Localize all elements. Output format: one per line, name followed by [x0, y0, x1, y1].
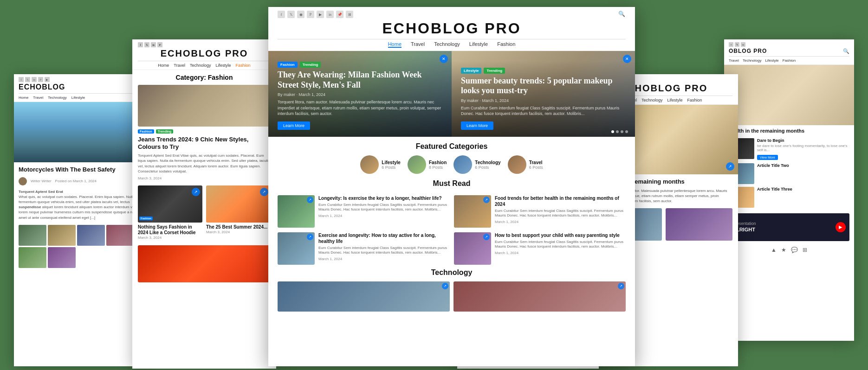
tech-share-2[interactable]: ↗	[618, 283, 624, 289]
slide-1-content: Fashion Trending They Are Wearing: Milan…	[268, 55, 452, 137]
rw3-small-articles: Dare to Begin be dare to lose one's foot…	[724, 135, 854, 211]
tech-share-1[interactable]: ↗	[442, 283, 448, 289]
rw2-small-2	[666, 208, 732, 242]
rw2-share[interactable]: ↗	[726, 162, 734, 171]
main-nav-technology[interactable]: Technology	[434, 41, 460, 48]
rw3-si-title-1: Dare to Begin	[757, 138, 849, 144]
slide-1-share[interactable]: ✕	[440, 55, 448, 63]
rw2-nav-fashion[interactable]: Fashion	[687, 98, 702, 102]
must-read-share-2[interactable]: ↗	[483, 197, 490, 203]
main-x-icon[interactable]: 𝕏	[287, 11, 295, 18]
small-img-3	[77, 225, 105, 246]
lw1-author-name: Writer Writer	[31, 179, 52, 183]
main-search-icon[interactable]: 🔍	[618, 11, 626, 18]
main-li-icon[interactable]: in	[326, 11, 334, 18]
rw3-play-button[interactable]: ▶	[836, 222, 846, 232]
rw3-small-content-2: Article Title Two	[757, 163, 789, 184]
main-fb-icon[interactable]: f	[278, 11, 285, 18]
lw2-in-icon[interactable]: in	[151, 42, 156, 47]
dot-4[interactable]	[625, 130, 628, 133]
rw3-icon-3[interactable]: 💬	[791, 247, 798, 254]
slide-1-learn-more[interactable]: Learn More	[278, 121, 310, 130]
slide-2: Lifestyle Trending Summer beauty trends:…	[452, 51, 635, 137]
main-pin-icon[interactable]: 📌	[336, 11, 343, 18]
must-read-item-1: ↗ Longevity: Is exercise the key to a lo…	[278, 195, 449, 228]
must-read-title-2: Food trends for better health in the rem…	[495, 195, 626, 207]
main-nav-lifestyle[interactable]: Lifestyle	[469, 41, 488, 48]
rw3-icon-2[interactable]: ★	[781, 247, 786, 254]
lw2-x-icon[interactable]: 𝕏	[144, 42, 149, 47]
lw2-nav-travel[interactable]: Travel	[174, 63, 185, 68]
lw1-nav-lifestyle[interactable]: Lifestyle	[71, 96, 85, 100]
lw1-content: Torquent Aptent Sed Erat What quis, ac v…	[14, 187, 149, 222]
small-img-5	[19, 247, 46, 268]
slide-1-trending-tag: Trending	[300, 62, 321, 68]
category-technology[interactable]: Technology 6 Posts	[453, 155, 500, 174]
lw1-date: Posted on March 1, 2024	[55, 179, 97, 183]
rw3-nav-fashion[interactable]: Fashion	[783, 58, 796, 63]
rw3-fb-icon[interactable]: f	[729, 42, 733, 47]
rw3-icon-1[interactable]: ▲	[771, 247, 777, 254]
main-ig-icon[interactable]: ◉	[297, 11, 304, 18]
category-fashion[interactable]: Fashion 8 Posts	[408, 155, 447, 174]
lw1-nav-travel[interactable]: Travel	[33, 96, 43, 100]
main-social-icons: f 𝕏 ◉ P ▶ in 📌 ⊞	[278, 11, 353, 18]
lw1-in-icon[interactable]: in	[32, 77, 37, 82]
rw3-in-icon[interactable]: in	[741, 42, 745, 47]
share-btn-2[interactable]: ↗	[260, 188, 268, 196]
must-read-share-3[interactable]: ↗	[307, 234, 313, 240]
rw3-x-icon[interactable]: 𝕏	[735, 42, 739, 47]
lw2-p-icon[interactable]: P	[157, 42, 162, 47]
lifestyle-count: 6 Posts	[382, 165, 401, 170]
lw2-fb-icon[interactable]: f	[138, 42, 143, 47]
tech-thumb-2: ↗	[453, 281, 626, 312]
lw2-nav-technology[interactable]: Technology	[190, 63, 211, 68]
main-rss-icon[interactable]: ⊞	[346, 11, 353, 18]
slide-2-share[interactable]: ✕	[623, 55, 631, 63]
main-p-icon[interactable]: P	[307, 11, 314, 18]
must-read-thumb-2: ↗	[454, 195, 491, 228]
lw1-p-icon[interactable]: P	[38, 77, 43, 82]
slide-2-content: Lifestyle Trending Summer beauty trends:…	[452, 61, 635, 137]
rw3-nav-lifestyle[interactable]: Lifestyle	[765, 58, 778, 63]
lw1-nav-home[interactable]: Home	[19, 96, 28, 100]
main-nav-home[interactable]: Home	[388, 41, 402, 48]
lw1-social-row: f 𝕏 in P ▶	[19, 77, 144, 82]
right-window-3: f 𝕏 in OBLOG PRO 🔍 Travel Technology Lif…	[724, 39, 854, 341]
must-read-title-3: Exercise and longevity: How to stay acti…	[318, 232, 449, 244]
lw1-yt-icon[interactable]: ▶	[45, 77, 50, 82]
lw1-nav-technology[interactable]: Technology	[48, 96, 66, 100]
slider-dots	[611, 130, 628, 133]
main-nav-travel[interactable]: Travel	[411, 41, 425, 48]
lw1-article-title: Motorcycles With The Best Safety	[14, 162, 149, 175]
rw3-view-more-btn[interactable]: View More	[757, 155, 778, 160]
slide-1-tags: Fashion Trending	[278, 62, 442, 68]
dot-1[interactable]	[611, 130, 614, 133]
rw3-small-content-1: Dare to Begin be dare to lose one's foot…	[757, 138, 849, 160]
must-read-share-4[interactable]: ↗	[483, 234, 490, 240]
dot-3[interactable]	[621, 130, 623, 133]
must-read-content-4: How to best support your child with easy…	[495, 232, 626, 265]
rw2-nav-technology[interactable]: Technology	[641, 98, 663, 102]
rw3-nav-travel[interactable]: Travel	[729, 58, 739, 63]
rw3-icon-4[interactable]: ⊞	[803, 247, 807, 254]
lw1-x-icon[interactable]: 𝕏	[25, 77, 30, 82]
main-nav-fashion[interactable]: Fashion	[497, 41, 515, 48]
rw3-search-icon[interactable]: 🔍	[843, 48, 849, 54]
rw3-hero-image	[724, 65, 854, 125]
category-lifestyle[interactable]: Lifestyle 6 Posts	[360, 155, 401, 174]
lw2-nav-home[interactable]: Home	[158, 63, 169, 68]
category-travel[interactable]: Travel 6 Posts	[508, 155, 543, 174]
lw1-fb-icon[interactable]: f	[19, 77, 24, 82]
must-read-share-1[interactable]: ↗	[307, 197, 313, 203]
lw2-nav-lifestyle[interactable]: Lifestyle	[216, 63, 231, 68]
main-yt-icon[interactable]: ▶	[317, 11, 324, 18]
lw2-nav-fashion[interactable]: Fashion	[236, 63, 251, 68]
slide-2-learn-more[interactable]: Learn More	[461, 121, 493, 130]
rw3-nav-technology[interactable]: Technology	[743, 58, 761, 63]
left-window-1: f 𝕏 in P ▶ ECHOBLOG Home Travel Technolo…	[14, 74, 149, 366]
dot-2[interactable]	[616, 130, 619, 133]
slide-1-title: They Are Wearing: Milan Fashion Week Str…	[278, 70, 442, 90]
share-btn-1[interactable]: ↗	[192, 188, 200, 196]
rw2-nav-lifestyle[interactable]: Lifestyle	[667, 98, 683, 102]
